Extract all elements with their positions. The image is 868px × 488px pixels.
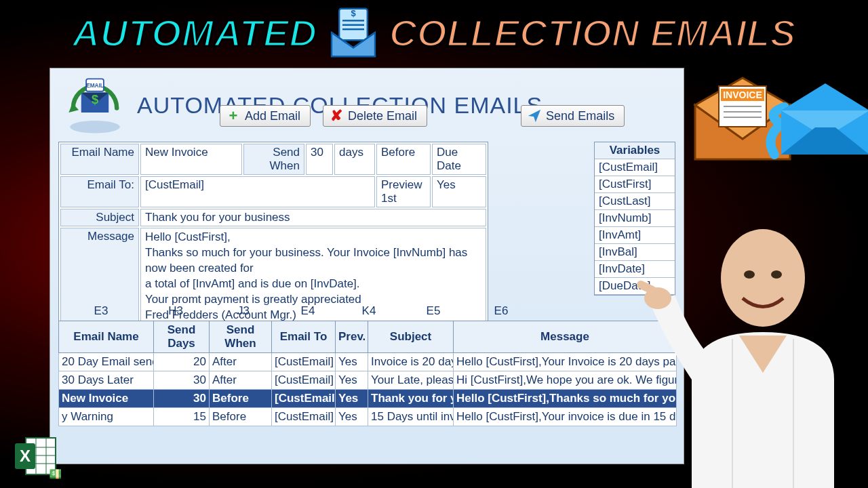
cell-ref: K4 (342, 304, 396, 318)
table-header[interactable]: Email To (272, 321, 336, 353)
field-before[interactable]: Before (376, 144, 431, 175)
label-days: days (334, 144, 375, 175)
send-icon (527, 108, 542, 123)
label-subject: Subject (60, 209, 139, 226)
label-send-when: Send When (243, 144, 304, 175)
table-row[interactable]: 20 Day Email send20After[CustEmail]YesIn… (59, 353, 677, 371)
app-panel: EMAIL $ AUTOMATED COLLECTION EMAILS + Ad… (50, 68, 684, 464)
delete-email-button[interactable]: ✘ Delete Email (323, 105, 427, 127)
variable-item[interactable]: [CustEmail] (595, 159, 675, 176)
svg-point-17 (744, 270, 755, 279)
svg-text:INVOICE: INVOICE (723, 89, 762, 100)
field-preview-1st[interactable]: Yes (432, 176, 486, 207)
svg-text:X: X (20, 447, 31, 465)
email-form: Email Name New Invoice Send When 30 days… (58, 142, 488, 327)
table-header[interactable]: Send When (210, 321, 272, 353)
title-banner: AUTOMATED $ COLLECTION EMAILS (0, 0, 868, 60)
emails-table: Email NameSend DaysSend WhenEmail ToPrev… (58, 321, 677, 426)
cell-ref: E4 (274, 304, 342, 318)
table-header[interactable]: Send Days (154, 321, 210, 353)
label-preview-1st: Preview 1st (376, 176, 431, 207)
table-header[interactable]: Subject (368, 321, 454, 353)
svg-text:💵: 💵 (49, 466, 61, 480)
field-send-when-num[interactable]: 30 (306, 144, 333, 175)
table-row[interactable]: y Warning15Before[CustEmail]Yes15 Days u… (59, 408, 677, 426)
svg-text:EMAIL: EMAIL (86, 83, 104, 89)
x-icon: ✘ (329, 108, 344, 123)
title-word-1: AUTOMATED (72, 11, 317, 55)
send-emails-button[interactable]: Send Emails (521, 105, 625, 127)
table-row[interactable]: 30 Days Later30After[CustEmail]YesYour L… (59, 371, 677, 390)
label-email-name: Email Name (60, 144, 139, 175)
delete-email-label: Delete Email (348, 109, 417, 123)
svg-text:$: $ (351, 8, 355, 18)
add-email-label: Add Email (245, 109, 300, 123)
cell-refs-row: E3H3J3E4K4E5E6 (64, 304, 532, 318)
cell-ref: H3 (138, 304, 213, 318)
plus-icon: + (226, 108, 241, 123)
field-subject[interactable]: Thank you for your business (140, 209, 486, 226)
blue-mail-icon (761, 73, 868, 175)
svg-point-18 (771, 270, 782, 279)
cell-ref: E3 (64, 304, 138, 318)
cell-ref: E6 (471, 304, 532, 318)
toolbar: + Add Email ✘ Delete Email Send Emails (50, 104, 625, 132)
title-word-2: COLLECTION EMAILS (389, 11, 796, 55)
presenter-figure (624, 203, 868, 488)
add-email-button[interactable]: + Add Email (220, 105, 311, 127)
variable-item[interactable]: [CustFirst] (595, 176, 675, 193)
field-email-name[interactable]: New Invoice (140, 144, 242, 175)
variables-header: Variables (595, 142, 675, 159)
receipt-mail-icon: $ (323, 5, 384, 60)
send-emails-label: Send Emails (546, 109, 614, 123)
field-email-to[interactable]: [CustEmail] (140, 176, 375, 207)
svg-point-16 (721, 229, 805, 327)
cell-ref: J3 (213, 304, 274, 318)
label-due-date: Due Date (432, 144, 486, 175)
cell-ref: E5 (396, 304, 471, 318)
label-email-to: Email To: (60, 176, 139, 207)
table-row[interactable]: New Invoice30Before[CustEmail]YesThank y… (59, 390, 677, 408)
table-header[interactable]: Prev. (336, 321, 368, 353)
table-header[interactable]: Email Name (59, 321, 154, 353)
excel-badge-icon: X 💵 (14, 432, 61, 480)
